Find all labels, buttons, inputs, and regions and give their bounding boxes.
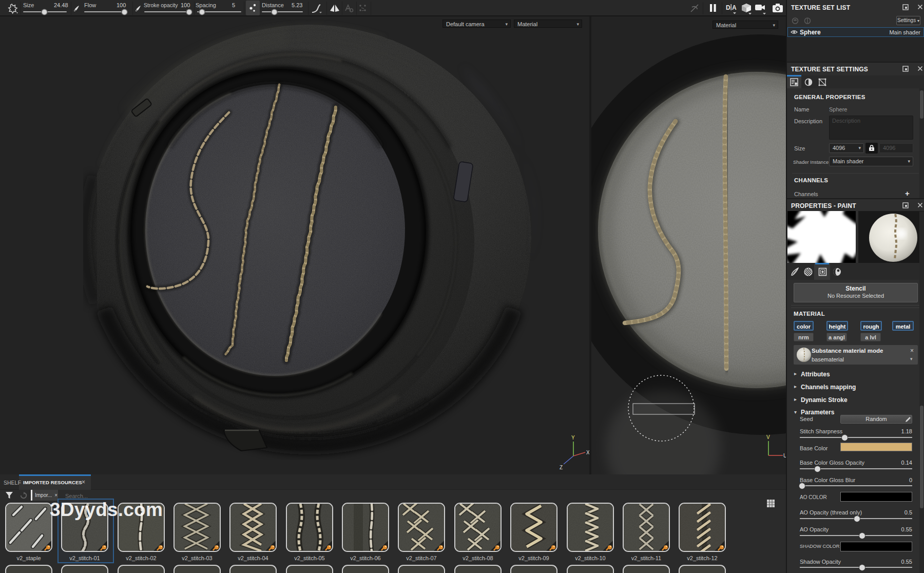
svg-text:Y: Y [571, 435, 575, 441]
svg-text:D: D [726, 4, 730, 11]
svg-text:A: A [732, 4, 737, 11]
svg-text:V: V [766, 434, 770, 440]
svg-text:Z: Z [560, 465, 563, 470]
